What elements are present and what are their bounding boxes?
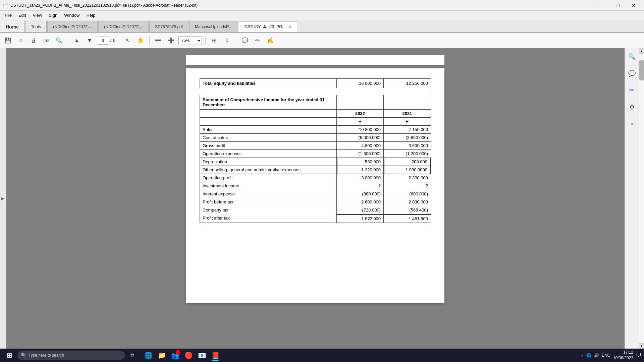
tab-close-icon[interactable]: ✕ bbox=[288, 24, 291, 29]
notification-icon[interactable]: 🗨 bbox=[636, 352, 641, 358]
page-total: 6 bbox=[113, 38, 115, 43]
windows-icon: ⊞ bbox=[7, 351, 12, 359]
scrollbar[interactable]: ▲ ▼ bbox=[639, 48, 644, 349]
tab-sp[interactable]: SP7876975.pdf bbox=[149, 21, 189, 32]
taskbar-search-icon: 🔍 bbox=[21, 353, 26, 358]
bookmark-button[interactable]: ☆ bbox=[15, 35, 26, 46]
email-button[interactable]: ✉ bbox=[41, 35, 52, 46]
tab-cstudy[interactable]: CSTUDY_Jan23_PG... ✕ bbox=[239, 21, 298, 32]
row-gross-profit: Gross profit 4 800 000 3 500 000 bbox=[200, 142, 431, 150]
scroll-thumb[interactable] bbox=[639, 60, 644, 80]
save-button[interactable]: 💾 bbox=[3, 35, 13, 46]
outlook-icon: 📧 bbox=[198, 351, 206, 359]
settings-tool-right[interactable]: ⚙ bbox=[626, 101, 638, 113]
close-button[interactable]: ✕ bbox=[626, 0, 641, 11]
tab-mancosa[interactable]: MancosaUploadsR... bbox=[189, 21, 238, 32]
print-button[interactable]: 🖨 bbox=[28, 35, 39, 46]
scroll-up-button[interactable]: ▲ bbox=[639, 48, 644, 54]
pdf-view-area[interactable]: Total equity and liabilities 16 000 000 … bbox=[6, 48, 625, 349]
taskbar-chrome[interactable]: 🔴 bbox=[182, 349, 195, 361]
language-indicator[interactable]: ENG bbox=[602, 353, 610, 358]
page-input[interactable]: 3 bbox=[97, 37, 109, 45]
left-panel-toggle[interactable]: ▶ bbox=[0, 48, 6, 349]
task-view-icon: ⧉ bbox=[130, 352, 134, 358]
taskbar-teams[interactable]: 👥 1 bbox=[169, 349, 181, 361]
acrobat-icon: 📕 bbox=[211, 351, 220, 359]
signature-button[interactable]: ✍ bbox=[265, 35, 276, 46]
taskbar-time-value: 17:12 bbox=[613, 350, 633, 355]
taskbar-acrobat[interactable]: 📕 bbox=[209, 349, 221, 361]
currency-label-empty bbox=[200, 118, 337, 125]
highlight-button[interactable]: ✏ bbox=[252, 35, 263, 46]
tab-ndi2[interactable]: (NDIClientPID2072)... bbox=[98, 21, 149, 32]
menu-file[interactable]: File bbox=[1, 12, 15, 18]
year-2021: 2021 bbox=[384, 110, 431, 117]
row-other-selling: Other selling, general and administrativ… bbox=[200, 166, 431, 174]
taskbar: ⊞ 🔍 Type here to search ⧉ 🌐 📁 👥 1 🔴 📧 📕 bbox=[0, 349, 644, 362]
total-equity-2021: 12 250 000 bbox=[384, 79, 431, 88]
row-operating-expenses: Operating expenses (1 800 000) (1 200 00… bbox=[200, 150, 431, 158]
menu-view[interactable]: View bbox=[29, 12, 45, 18]
total-equity-2022: 16 000 000 bbox=[337, 79, 384, 88]
total-equity-label: Total equity and liabilities bbox=[200, 79, 337, 88]
right-panel: 🔍 💬 ✏ ⚙ ◀ bbox=[625, 48, 639, 349]
taskbar-edge[interactable]: 🌐 bbox=[142, 349, 154, 361]
network-icon[interactable]: 🌐 bbox=[586, 353, 591, 358]
cursor-tool[interactable]: ↖ bbox=[122, 35, 133, 46]
edge-icon: 🌐 bbox=[144, 351, 153, 359]
edit-tool-right[interactable]: ✏ bbox=[626, 84, 638, 96]
row-profit-after-tax: Profit after tax 1 872 000 1 461 600 bbox=[200, 214, 431, 223]
separator1 bbox=[68, 37, 68, 45]
start-button[interactable]: ⊞ bbox=[3, 349, 16, 361]
zoom-select[interactable]: 75% 50% 100% 125% bbox=[178, 36, 202, 45]
tab-tools[interactable]: Tools bbox=[25, 21, 47, 32]
scroll-down-button[interactable]: ▼ bbox=[639, 343, 644, 349]
rotate-button[interactable]: ⤵ bbox=[222, 35, 232, 46]
tab-home[interactable]: Home bbox=[0, 21, 24, 32]
taskbar-search[interactable]: 🔍 Type here to search bbox=[17, 351, 125, 360]
page-separator: / bbox=[110, 38, 112, 43]
zoom-tool-right[interactable]: 🔍 bbox=[626, 51, 638, 62]
zoom-out-button[interactable]: ➖ bbox=[153, 35, 164, 46]
row-operating-profit: Operating profit 3 000 000 2 300 000 bbox=[200, 174, 431, 182]
hand-tool[interactable]: ✋ bbox=[135, 35, 146, 46]
fit-button[interactable]: ⊞ bbox=[209, 35, 220, 46]
maximize-button[interactable]: □ bbox=[610, 0, 626, 11]
comment-button[interactable]: 💬 bbox=[239, 35, 250, 46]
separator4 bbox=[205, 37, 206, 45]
scroll-track[interactable] bbox=[639, 54, 644, 343]
separator5 bbox=[236, 37, 236, 45]
year-header-row: 2022 2021 bbox=[200, 110, 431, 118]
taskbar-outlook[interactable]: 📧 bbox=[196, 349, 208, 361]
search-button[interactable]: 🔍 bbox=[54, 35, 64, 46]
income-statement-table: Statement of Comprehensive Income for th… bbox=[200, 95, 431, 223]
tray-up-arrow[interactable]: ∧ bbox=[581, 354, 584, 357]
taskbar-file-explorer[interactable]: 📁 bbox=[156, 349, 168, 361]
year-label-empty bbox=[200, 110, 337, 117]
volume-icon[interactable]: 🔊 bbox=[594, 353, 599, 358]
window-title: CSTUDY_Jan23_PGDFB_AFM8_Final_2022120110… bbox=[10, 3, 198, 8]
menu-sign[interactable]: Sign bbox=[45, 12, 61, 18]
menu-edit[interactable]: Edit bbox=[15, 12, 29, 18]
zoom-in-button[interactable]: ➕ bbox=[166, 35, 176, 46]
task-view-button[interactable]: ⧉ bbox=[126, 349, 138, 361]
taskbar-clock[interactable]: 17:12 10/08/2023 bbox=[613, 350, 633, 361]
tab-ndi1[interactable]: (NDIClientPID2072)... bbox=[47, 21, 98, 32]
row-company-tax: Company tax (728 000) (568 400) bbox=[200, 206, 431, 214]
row-cost-of-sales: Cost of sales (6 000 000) (3 650 000) bbox=[200, 134, 431, 142]
minimize-button[interactable]: — bbox=[595, 0, 610, 11]
app-icon: 📄 bbox=[3, 3, 8, 8]
comment-tool-right[interactable]: 💬 bbox=[626, 68, 638, 79]
title-bar-left: 📄 CSTUDY_Jan23_PGDFB_AFM8_Final_20221201… bbox=[3, 3, 198, 8]
menu-window[interactable]: Window bbox=[61, 12, 83, 18]
title-bar-controls: — □ ✕ bbox=[595, 0, 641, 11]
teams-badge: 1 bbox=[176, 350, 180, 355]
prev-page-button[interactable]: ▲ bbox=[71, 35, 82, 46]
expand-right[interactable]: ◀ bbox=[626, 118, 638, 129]
pdf-page: Total equity and liabilities 16 000 000 … bbox=[186, 68, 444, 303]
row-interest-expense: Interest expense (880 000) (600 000) bbox=[200, 190, 431, 198]
taskbar-apps: 🌐 📁 👥 1 🔴 📧 📕 bbox=[142, 349, 221, 361]
menu-help[interactable]: Help bbox=[83, 12, 99, 18]
next-page-button[interactable]: ▼ bbox=[84, 35, 95, 46]
taskbar-date-value: 10/08/2023 bbox=[613, 355, 633, 361]
